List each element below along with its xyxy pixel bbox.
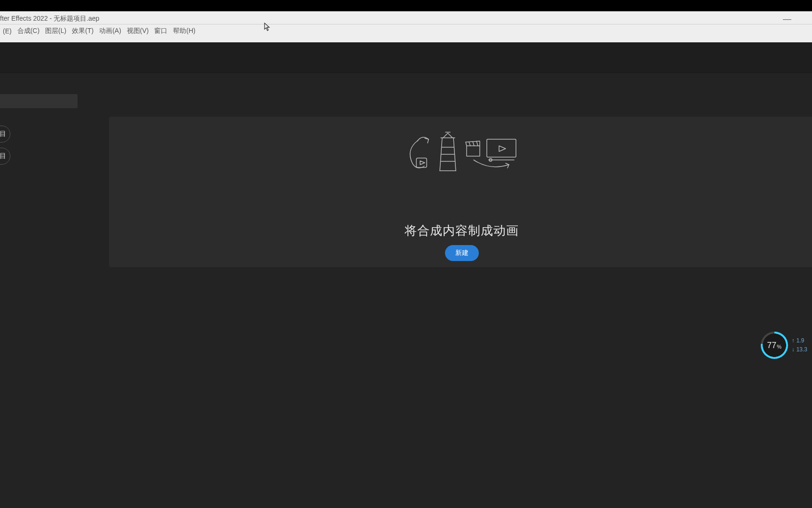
net-down-value: 13.3 <box>796 345 807 354</box>
sidebar-button-new-project[interactable]: 目 <box>0 126 10 143</box>
performance-stats: 1.9 13.3 <box>792 336 807 354</box>
menu-composition[interactable]: 合成(C) <box>15 25 42 37</box>
upload-arrow-icon <box>792 336 795 345</box>
welcome-panel: 将合成内容制成动画 新建 <box>109 117 812 267</box>
home-sidebar-header-stub <box>0 94 78 108</box>
sidebar-button-open-project[interactable]: 目 <box>0 148 10 165</box>
performance-percent: 77 <box>767 341 776 350</box>
sidebar-button-1-label: 目 <box>0 130 6 138</box>
performance-unit: % <box>777 344 781 349</box>
svg-rect-2 <box>487 139 516 157</box>
menu-view[interactable]: 视图(V) <box>124 25 152 37</box>
window-controls[interactable]: — <box>783 14 793 24</box>
menu-window[interactable]: 窗口 <box>151 25 170 37</box>
menu-edit[interactable]: (E) <box>0 26 15 36</box>
menu-bar: (E) 合成(C) 图层(L) 效果(T) 动画(A) 视图(V) 窗口 帮助(… <box>0 24 812 38</box>
download-arrow-icon <box>792 345 795 354</box>
menu-layer[interactable]: 图层(L) <box>42 25 69 37</box>
net-up-value: 1.9 <box>796 336 804 345</box>
app-body: 目 目 <box>0 42 812 508</box>
menu-animation[interactable]: 动画(A) <box>96 25 124 37</box>
minimize-icon[interactable]: — <box>783 14 793 24</box>
performance-ring-icon: 77 % <box>761 332 788 359</box>
top-black-bar <box>0 0 812 11</box>
welcome-illustration-icon <box>403 131 521 180</box>
new-composition-button[interactable]: 新建 <box>445 245 479 261</box>
menu-help[interactable]: 帮助(H) <box>170 25 198 37</box>
workspace-tab-bar <box>0 42 812 73</box>
window-titlebar: fter Effects 2022 - 无标题项目.aep — <box>0 11 812 24</box>
sidebar-button-2-label: 目 <box>0 152 6 160</box>
performance-widget[interactable]: 77 % 1.9 13.3 <box>761 332 807 359</box>
window-title: fter Effects 2022 - 无标题项目.aep <box>0 15 99 23</box>
welcome-headline: 将合成内容制成动画 <box>109 222 812 239</box>
svg-rect-1 <box>467 146 480 156</box>
menu-effect[interactable]: 效果(T) <box>69 25 96 37</box>
